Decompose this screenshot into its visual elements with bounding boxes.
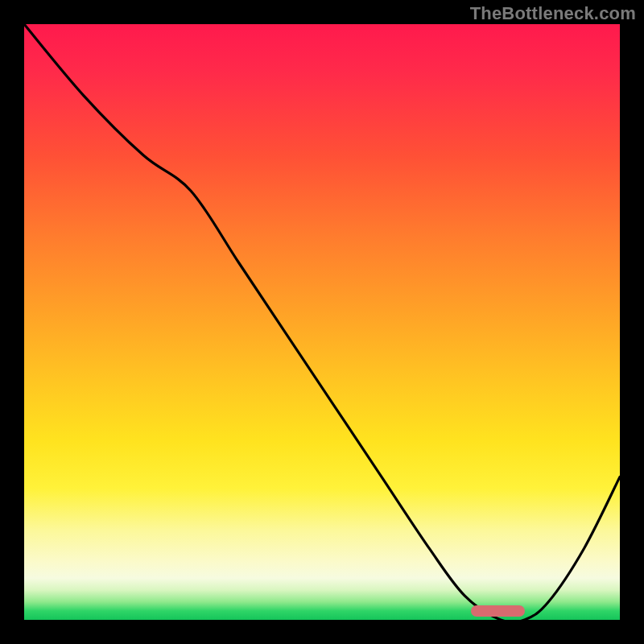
watermark-text: TheBottleneck.com [470,3,636,24]
bottleneck-curve [24,24,620,620]
chart-frame: TheBottleneck.com [0,0,644,644]
optimal-range-marker [471,605,525,617]
plot-area [24,24,620,620]
